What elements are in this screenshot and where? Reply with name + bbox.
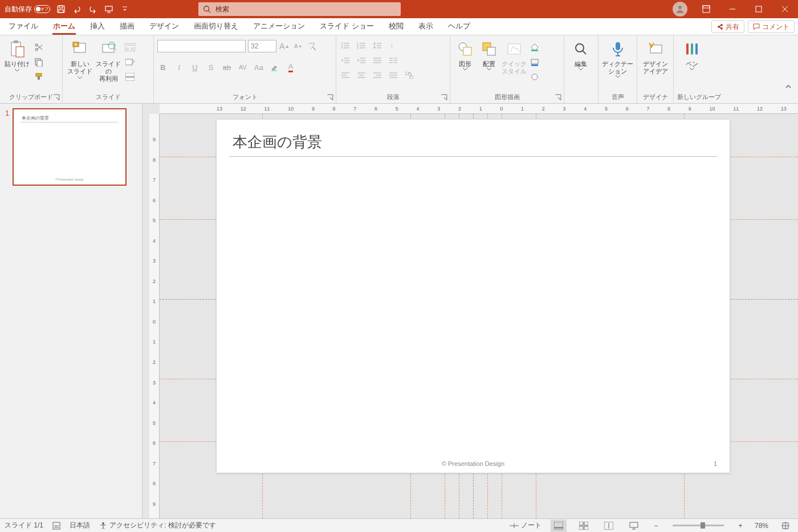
tab-slideshow[interactable]: スライド ショー bbox=[319, 21, 374, 35]
thumbnail-preview[interactable]: 本企画の背景 © Presentation Design bbox=[13, 108, 127, 186]
underline-button[interactable]: U bbox=[189, 62, 201, 73]
slide-title[interactable]: 本企画の背景 bbox=[233, 132, 322, 152]
undo-icon[interactable] bbox=[72, 4, 82, 14]
slideshow-view-button[interactable] bbox=[626, 519, 642, 532]
collapse-ribbon-button[interactable] bbox=[784, 83, 795, 91]
quick-styles-button[interactable]: クイック スタイル bbox=[502, 39, 527, 75]
arrange-button[interactable]: 配置 bbox=[478, 39, 500, 71]
copy-button[interactable] bbox=[32, 56, 46, 68]
reuse-slides-button[interactable]: スライドの 再利用 bbox=[95, 39, 122, 83]
close-button[interactable] bbox=[772, 0, 798, 18]
dictation-button[interactable]: ディクテー ション bbox=[602, 39, 633, 78]
tab-insert[interactable]: 挿入 bbox=[89, 21, 105, 35]
bullets-button[interactable] bbox=[340, 40, 351, 51]
slide-canvas[interactable]: 本企画の背景 © Presentation Design 1 bbox=[217, 120, 730, 473]
smartart-button[interactable] bbox=[404, 69, 415, 81]
shapes-button[interactable]: 図形 bbox=[454, 39, 477, 71]
slide-indicator[interactable]: スライド 1/1 bbox=[5, 521, 43, 530]
present-from-start-icon[interactable] bbox=[104, 4, 114, 14]
italic-button[interactable]: I bbox=[173, 62, 185, 73]
increase-font-icon[interactable]: A▲ bbox=[279, 40, 290, 52]
slide-sorter-view-button[interactable] bbox=[576, 519, 592, 532]
shape-fill-button[interactable] bbox=[528, 41, 542, 54]
increase-indent-button[interactable] bbox=[356, 55, 367, 66]
maximize-button[interactable] bbox=[746, 0, 772, 18]
share-button[interactable]: 共有 bbox=[711, 21, 744, 33]
qat-customize-icon[interactable] bbox=[120, 4, 130, 14]
shadow-button[interactable]: S bbox=[205, 62, 217, 73]
redo-icon[interactable] bbox=[88, 4, 98, 14]
text-direction-button[interactable]: ↕ bbox=[388, 40, 399, 51]
zoom-slider[interactable] bbox=[673, 525, 724, 526]
autosave-toggle[interactable]: 自動保存 オフ bbox=[5, 5, 50, 14]
horizontal-ruler[interactable]: 13121110987654321012345678910111213 bbox=[160, 104, 798, 114]
minimize-button[interactable] bbox=[719, 0, 746, 18]
font-size-combo[interactable]: 32 bbox=[248, 40, 276, 52]
thumbnail-panel[interactable]: 1 本企画の背景 © Presentation Design bbox=[0, 104, 142, 518]
section-button[interactable] bbox=[123, 71, 137, 83]
columns-button[interactable] bbox=[388, 55, 399, 66]
justify-button[interactable] bbox=[388, 69, 399, 81]
dialog-launcher-icon[interactable] bbox=[327, 94, 333, 101]
bold-button[interactable]: B bbox=[157, 62, 169, 73]
tab-transitions[interactable]: 画面切り替え bbox=[193, 21, 239, 35]
notes-button[interactable]: ノート bbox=[510, 521, 542, 530]
strikethrough-button[interactable]: ab bbox=[221, 62, 233, 73]
svg-rect-31 bbox=[271, 70, 277, 71]
decrease-font-icon[interactable]: A▼ bbox=[292, 40, 304, 52]
fit-to-window-button[interactable] bbox=[777, 519, 793, 532]
tab-view[interactable]: 表示 bbox=[418, 21, 434, 35]
search-box[interactable]: 検索 bbox=[198, 2, 401, 16]
dialog-launcher-icon[interactable] bbox=[555, 94, 561, 101]
tab-draw[interactable]: 描画 bbox=[119, 21, 135, 35]
format-painter-button[interactable] bbox=[32, 71, 46, 83]
numbering-button[interactable]: 123 bbox=[356, 40, 367, 51]
tab-animations[interactable]: アニメーション bbox=[253, 21, 306, 35]
paste-button[interactable]: 貼り付け bbox=[3, 39, 31, 72]
tab-design[interactable]: デザイン bbox=[149, 21, 180, 35]
shape-effects-button[interactable] bbox=[528, 71, 542, 83]
pen-button[interactable]: ペン bbox=[677, 39, 707, 71]
zoom-in-button[interactable]: + bbox=[735, 519, 746, 532]
line-spacing-button[interactable] bbox=[372, 40, 383, 51]
new-slide-button[interactable]: 新しい スライド bbox=[66, 39, 93, 79]
account-avatar[interactable] bbox=[673, 2, 687, 17]
vertical-ruler[interactable]: 9876543210123456789 bbox=[149, 114, 160, 518]
spellcheck-status[interactable] bbox=[52, 522, 60, 530]
dialog-launcher-icon[interactable] bbox=[53, 94, 60, 101]
dialog-launcher-icon[interactable] bbox=[441, 94, 447, 101]
change-case-button[interactable]: Aa bbox=[253, 62, 264, 73]
zoom-level[interactable]: 78% bbox=[755, 522, 768, 530]
language-indicator[interactable]: 日本語 bbox=[70, 521, 90, 530]
reading-view-button[interactable] bbox=[601, 519, 617, 532]
save-icon[interactable] bbox=[56, 4, 66, 14]
accessibility-status[interactable]: アクセシビリティ: 検討が必要です bbox=[99, 521, 216, 530]
character-spacing-button[interactable]: AV bbox=[237, 62, 249, 73]
normal-view-button[interactable] bbox=[551, 519, 567, 532]
editing-button[interactable]: 編集 bbox=[568, 39, 594, 71]
zoom-out-button[interactable]: − bbox=[651, 519, 661, 532]
layout-button[interactable] bbox=[123, 41, 137, 54]
align-right-button[interactable] bbox=[372, 69, 383, 81]
slide-thumbnail-1[interactable]: 1 本企画の背景 © Presentation Design bbox=[2, 108, 140, 186]
tab-file[interactable]: ファイル bbox=[8, 21, 39, 35]
align-text-button[interactable] bbox=[372, 55, 383, 66]
clear-formatting-icon[interactable] bbox=[306, 40, 317, 52]
autosave-pill[interactable]: オフ bbox=[34, 5, 50, 13]
tab-review[interactable]: 校閲 bbox=[388, 21, 404, 35]
design-ideas-button[interactable]: デザイン アイデア bbox=[641, 39, 670, 75]
align-left-button[interactable] bbox=[340, 69, 351, 81]
decrease-indent-button[interactable] bbox=[340, 55, 351, 66]
tab-home[interactable]: ホーム bbox=[52, 21, 76, 35]
font-color-button[interactable]: A bbox=[285, 62, 296, 73]
ribbon-display-options-icon[interactable] bbox=[693, 0, 719, 18]
cut-button[interactable] bbox=[32, 41, 46, 54]
pens-icon bbox=[685, 41, 699, 57]
comments-button[interactable]: コメント bbox=[748, 21, 795, 33]
shape-outline-button[interactable] bbox=[528, 56, 542, 68]
tab-help[interactable]: ヘルプ bbox=[447, 21, 471, 35]
align-center-button[interactable] bbox=[356, 69, 367, 81]
reset-button[interactable] bbox=[123, 56, 137, 68]
font-name-combo[interactable] bbox=[157, 40, 246, 52]
highlight-button[interactable] bbox=[269, 62, 280, 73]
